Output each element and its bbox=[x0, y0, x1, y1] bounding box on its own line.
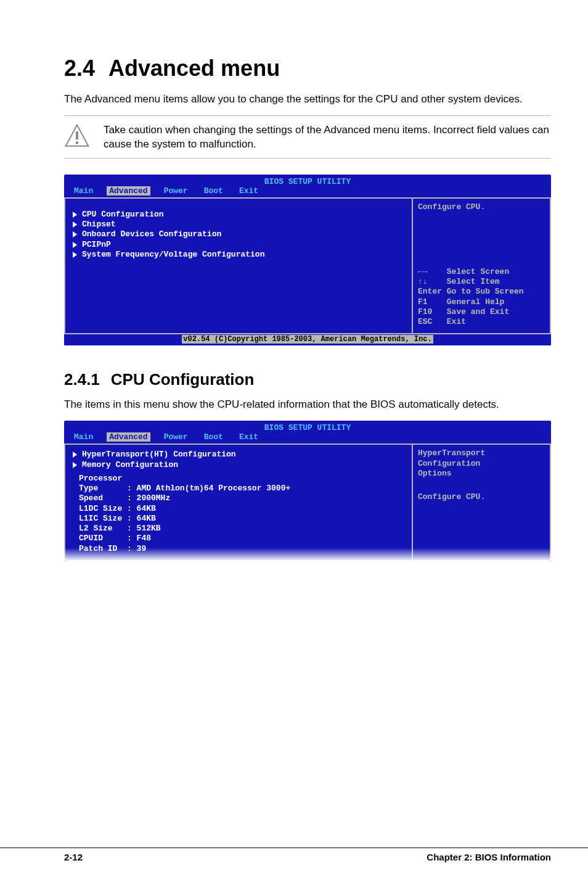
menu-label: PCIPnP bbox=[82, 240, 111, 250]
section-intro: The Advanced menu items allow you to cha… bbox=[64, 93, 551, 107]
subsection-heading: 2.4.1CPU Configuration bbox=[64, 370, 551, 389]
subsection-number: 2.4.1 bbox=[64, 370, 100, 389]
bios-tab-power[interactable]: Power bbox=[161, 186, 202, 196]
submenu-arrow-icon bbox=[73, 221, 77, 228]
svg-point-2 bbox=[76, 141, 79, 144]
navigation-help: ←→ Select Screen ↑↓ Select Item Enter Go… bbox=[418, 267, 545, 328]
svg-rect-1 bbox=[76, 131, 78, 139]
processor-header: Processor bbox=[79, 474, 406, 484]
menu-item-chipset[interactable]: Chipset bbox=[71, 220, 406, 229]
caution-block: Take caution when changing the settings … bbox=[64, 115, 551, 159]
help-description: Configure CPU. bbox=[418, 202, 545, 212]
submenu-arrow-icon bbox=[73, 242, 77, 248]
bios-utility-title: BIOS SETUP UTILITY bbox=[64, 175, 551, 186]
help-description-2: Configure CPU. bbox=[418, 492, 545, 502]
bios-tab-main[interactable]: Main bbox=[71, 432, 107, 442]
submenu-arrow-icon bbox=[73, 462, 77, 468]
menu-item-hypertransport[interactable]: HyperTransport(HT) Configuration bbox=[71, 450, 406, 460]
caution-text: Take caution when changing the settings … bbox=[104, 122, 551, 152]
section-title-text: Advanced menu bbox=[108, 56, 280, 81]
subsection-intro: The items in this menu show the CPU-rela… bbox=[64, 398, 551, 412]
bios-help-pane: HyperTransport Configuration Options Con… bbox=[412, 444, 551, 561]
subsection-title-text: CPU Configuration bbox=[111, 370, 255, 389]
bios-screenshot-cpu-config: BIOS SETUP UTILITY Main Advanced Power B… bbox=[64, 421, 551, 561]
page-number: 2-12 bbox=[64, 852, 83, 862]
submenu-arrow-icon bbox=[73, 231, 77, 237]
bios-tab-boot[interactable]: Boot bbox=[202, 186, 237, 196]
submenu-arrow-icon bbox=[73, 212, 77, 218]
menu-label: HyperTransport(HT) Configuration bbox=[82, 450, 236, 460]
bios-tab-bar: Main Advanced Power Boot Exit bbox=[64, 186, 551, 197]
submenu-arrow-icon bbox=[73, 452, 77, 458]
menu-item-system-frequency[interactable]: System Frequency/Voltage Configuration bbox=[71, 250, 406, 260]
cpu-info-cpuid: CPUID : F48 bbox=[79, 534, 406, 543]
caution-icon bbox=[64, 123, 90, 149]
bios-help-pane: Configure CPU. ←→ Select Screen ↑↓ Selec… bbox=[412, 197, 551, 335]
bios-tab-exit[interactable]: Exit bbox=[237, 432, 272, 442]
submenu-arrow-icon bbox=[73, 252, 77, 258]
page-footer: 2-12 Chapter 2: BIOS Information bbox=[0, 848, 588, 862]
bios-tab-exit[interactable]: Exit bbox=[237, 186, 272, 196]
help-description: HyperTransport Configuration Options bbox=[418, 448, 545, 479]
bios-tab-advanced[interactable]: Advanced bbox=[107, 186, 150, 196]
menu-label: Onboard Devices Configuration bbox=[82, 229, 221, 239]
bios-screenshot-advanced: BIOS SETUP UTILITY Main Advanced Power B… bbox=[64, 175, 551, 346]
menu-item-cpu-configuration[interactable]: CPU Configuration bbox=[71, 210, 406, 220]
menu-item-onboard-devices[interactable]: Onboard Devices Configuration bbox=[71, 229, 406, 239]
bios-copyright-footer: v02.54 (C)Copyright 1985-2003, American … bbox=[64, 334, 551, 345]
bios-menu-pane: CPU Configuration Chipset Onboard Device… bbox=[64, 197, 412, 335]
menu-item-pcipnp[interactable]: PCIPnP bbox=[71, 240, 406, 250]
cpu-info-patch-id: Patch ID : 39 bbox=[79, 544, 406, 554]
section-number: 2.4 bbox=[64, 56, 95, 81]
menu-item-memory-config[interactable]: Memory Configuration bbox=[71, 460, 406, 470]
cpu-info-speed: Speed : 2000MHz bbox=[79, 493, 406, 503]
bios-footer-text: v02.54 (C)Copyright 1985-2003, American … bbox=[182, 335, 433, 344]
menu-label: Chipset bbox=[82, 220, 116, 229]
bios-menu-pane: HyperTransport(HT) Configuration Memory … bbox=[64, 444, 412, 561]
cpu-info-l2: L2 Size : 512KB bbox=[79, 524, 406, 534]
menu-label: System Frequency/Voltage Configuration bbox=[82, 250, 264, 260]
bios-tab-boot[interactable]: Boot bbox=[202, 432, 237, 442]
bios-tab-advanced[interactable]: Advanced bbox=[107, 432, 150, 442]
cpu-info-l1ic: L1IC Size : 64KB bbox=[79, 514, 406, 524]
menu-label: CPU Configuration bbox=[82, 210, 164, 220]
bios-tab-power[interactable]: Power bbox=[161, 432, 202, 442]
bios-tab-main[interactable]: Main bbox=[71, 186, 107, 196]
menu-label: Memory Configuration bbox=[82, 460, 178, 470]
section-heading: 2.4Advanced menu bbox=[64, 56, 551, 81]
chapter-label: Chapter 2: BIOS Information bbox=[427, 852, 551, 862]
bios-utility-title: BIOS SETUP UTILITY bbox=[64, 421, 551, 432]
cpu-info-l1dc: L1DC Size : 64KB bbox=[79, 504, 406, 514]
bios-tab-bar: Main Advanced Power Boot Exit bbox=[64, 432, 551, 444]
cpu-info-type: Type : AMD Athlon(tm)64 Processor 3000+ bbox=[79, 484, 406, 493]
